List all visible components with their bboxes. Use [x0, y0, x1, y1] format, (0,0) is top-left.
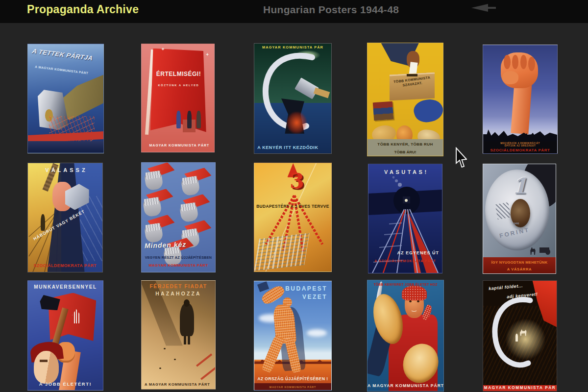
- bottom-strip: [28, 141, 103, 153]
- eye: [417, 300, 419, 303]
- poster-kaptal-foldet[interactable]: kaptál földet... adj kenyeret! MAGYAR KO…: [483, 280, 557, 392]
- star-icon: [206, 53, 209, 56]
- poster-title-line2: VEZET: [281, 294, 327, 300]
- poster-vasutas[interactable]: VASUTAS! AZ EGYENES ÚT A SZOCIÁLDEMOKRAT…: [368, 164, 442, 273]
- coin-number: 1: [512, 174, 527, 198]
- poster-footer: A JOBB ÉLETÉRT!: [28, 382, 103, 387]
- worker-face: [34, 351, 58, 384]
- hand-brick-motif: [179, 167, 214, 197]
- ground-speck: [159, 368, 161, 369]
- poster-slogan: AZ EGYENES ÚT: [397, 250, 439, 255]
- city-map-slab: [254, 233, 310, 271]
- hand-brick-motif: [141, 188, 175, 218]
- poster-footer: MAGYAR KOMMUNISTA PÁR: [483, 386, 557, 390]
- railway-artwork: [368, 164, 442, 273]
- clothing-artwork: [412, 96, 443, 125]
- knuckle: [528, 57, 535, 71]
- poster-slogan-line2: ÉPÍTJÜK AZ ORSZÁGOT: [483, 145, 557, 147]
- horse-cart-silhouette: [530, 245, 552, 255]
- hammer: [257, 281, 269, 292]
- poster-footer: MAGYAR KOMMUNISTA PÁRT: [147, 144, 211, 147]
- poster-footer: SZOCIÁLDEMOKRATA PÁRT: [483, 148, 557, 153]
- ground-line: [196, 353, 212, 367]
- poster-title: VÁLASSZ: [28, 167, 102, 173]
- poster-egy-forint[interactable]: 1 1946 FORINT ÍGY NYUGODTAN MEHETÜNK A V…: [483, 164, 556, 274]
- page-title: Propaganda Archive: [27, 3, 139, 16]
- wheat-sprig: [495, 202, 511, 220]
- poster-footer-line1: ÍGY NYUGODTAN MEHETÜNK: [483, 261, 556, 265]
- poster-szocialdemokrata-okol[interactable]: MEGVÉDJÜK A DEMOKRÁCIÁT ÉPÍTJÜK AZ ORSZÁ…: [483, 45, 558, 154]
- forge-glow: [287, 112, 307, 134]
- figure-artwork: [187, 111, 192, 128]
- knuckle: [520, 55, 527, 69]
- fist-arm: [511, 81, 533, 134]
- poster-tobb-kenyeret[interactable]: TÖBB KENYERET JOBB ÉLETET HOZ A MAGYAR K…: [367, 280, 444, 392]
- poster-ertelmisegi[interactable]: ÉRTELMISÉGI! KÖZTÜNK A HELYED MAGYAR KOM…: [141, 44, 215, 152]
- poster-script-title: Minden kéz: [145, 241, 187, 250]
- poster-title: A TETTEK PÁRTJA: [31, 48, 102, 63]
- coin-year: 1946: [483, 222, 548, 225]
- mouse-cursor: [455, 147, 467, 170]
- poster-footer-line1: AZ ORSZÁG ÚJJÁÉPÍTÉSÉBEN !: [254, 377, 331, 381]
- poster-footer-line2: MAGYAR KOMMUNISTA PÁRT: [254, 386, 331, 389]
- bridge-girder-pattern: [80, 196, 102, 261]
- poster-subtitle: A MAGYAR KOMMUNISTA PÁRT: [35, 65, 89, 75]
- worker-eyes: [40, 360, 47, 362]
- ballot-slot: [407, 74, 417, 76]
- poster-footer: A SZOCIÁLDEMOKRATA PÁRT: [368, 259, 442, 263]
- collection-title: Hungarian Posters 1944-48: [263, 4, 399, 16]
- poster-title: VASUTAS!: [368, 169, 442, 175]
- poster-budapest-vezet[interactable]: BUDAPEST VEZET AZ ORSZÁG ÚJJÁÉPÍTÉSÉBEN …: [254, 281, 332, 391]
- big-number: 3: [290, 170, 304, 193]
- farmer-figure: [515, 334, 518, 342]
- header-bar: Propaganda Archive Hungarian Posters 194…: [0, 0, 588, 23]
- poster-ferjedet-fiadat[interactable]: FÉRJEDET FIADAT HAZAHOZZA A MAGYAR KOMMU…: [141, 280, 216, 390]
- books-artwork: [373, 101, 394, 120]
- embracing-couple-silhouette: [180, 303, 194, 336]
- hand-brick-motif: [143, 214, 177, 244]
- poster-subtitle: KÖZTÜNK A HELYED: [153, 84, 204, 87]
- poster-footer-line2: A VÁSÁRRA: [483, 268, 556, 272]
- ground-speck: [174, 359, 176, 360]
- thumb: [502, 71, 518, 84]
- poster-valassz[interactable]: VÁLASSZ HÁBORÚT VAGY BÉKÉT SZOCIÁLDEMOKR…: [27, 163, 103, 272]
- poster-title: ÉRTELMISÉGI!: [152, 71, 206, 77]
- couple-head: [184, 299, 190, 307]
- polka-dot-headscarf: [402, 286, 427, 300]
- poster-banner-text: BUDAPESTÉRT A 3 ÉVES TERVVE: [256, 204, 330, 209]
- poster-footer: A KENYÉR ITT KEZDŐDIK: [257, 145, 328, 150]
- poster-minden-kez[interactable]: Minden kéz VEGYEN RÉSZT AZ ÚJJÁÉPÍTÉSBEN…: [141, 162, 216, 272]
- sickle-artwork: [254, 44, 331, 153]
- poster-title: MUNKAVERSENNYEL: [28, 284, 103, 290]
- poster-a-kenyer-itt-kezdodik[interactable]: MAGYAR KOMMUNISTA PÁR A KENYÉR ITT KEZDŐ…: [254, 43, 332, 154]
- figure-artwork: [196, 111, 201, 128]
- poster-footer: SZOCIÁLDEMOKRATA PÁRT: [28, 264, 102, 269]
- ground-speck: [164, 348, 166, 349]
- poster-title-line1: FÉRJEDET FIADAT: [146, 284, 212, 290]
- poster-title-line1: BUDAPEST: [281, 286, 327, 292]
- poster-harom-eves-terv[interactable]: 3 BUDAPESTÉRT A 3 ÉVES TERVVE: [254, 163, 332, 272]
- poster-footer: A MAGYAR KOMMUNISTA PÁRT: [368, 384, 443, 389]
- poster-munkaversennyel[interactable]: MUNKAVERSENNYEL A JOBB ÉLETÉRT!: [27, 280, 103, 391]
- poster-header: MAGYAR KOMMUNISTA PÁR: [254, 46, 331, 49]
- poster-footer: A MAGYAR KOMMUNISTA PÁRT: [145, 383, 210, 387]
- back-arrow-icon[interactable]: [468, 2, 500, 13]
- hand-brick-motif: [143, 162, 177, 191]
- figure-artwork: [176, 111, 181, 128]
- ground-line: [200, 367, 216, 380]
- long-shadow: [141, 280, 183, 346]
- poster-tobb-kommunista-szavazat[interactable]: TÖBB KOMMUNISTA SZAVAZAT. TÖBB KENYÉR, T…: [367, 43, 443, 156]
- poster-footer-line2: TÖBB ÁRU!: [368, 150, 443, 155]
- knuckle: [504, 55, 511, 69]
- cloud: [307, 329, 327, 337]
- poster-a-tettek-partja[interactable]: A TETTEK PÁRTJA A MAGYAR KOMMUNISTA PÁRT: [27, 44, 104, 153]
- poster-slogan: VEGYEN RÉSZT AZ ÚJJÁÉPÍTÉSBEN: [142, 256, 215, 260]
- app-window: Propaganda Archive Hungarian Posters 194…: [0, 0, 588, 392]
- hand-brick-motif: [178, 193, 212, 223]
- couple-legs: [184, 335, 191, 345]
- poster-footer: MAGYAR KOMMUNISTA PÁRT: [142, 264, 215, 268]
- poster-title-line2: HAZAHOZZA: [146, 291, 212, 297]
- poster-footer-line1: TÖBB KENYÉR, TÖBB RUH: [368, 143, 443, 147]
- poster-top-slogan: TÖBB KENYERET JOBB ÉLETET HOZ: [368, 283, 443, 286]
- lone-walker-silhouette: [41, 214, 45, 230]
